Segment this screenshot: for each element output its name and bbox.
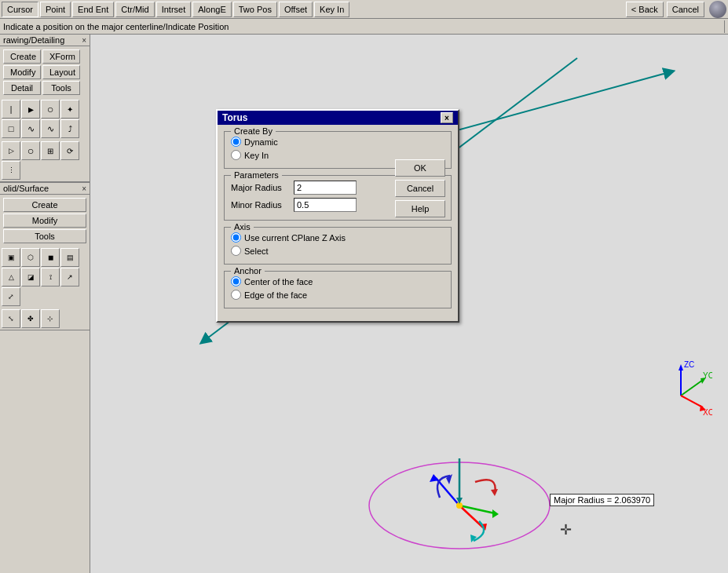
dialog-title-bar: Torus × <box>218 111 458 125</box>
solid-icon-10[interactable]: ⤡ <box>2 309 20 328</box>
svg-marker-4 <box>679 364 683 370</box>
minor-radius-input[interactable] <box>294 198 357 212</box>
key-in-button[interactable]: Key In <box>314 2 349 17</box>
axis-select-row: Select <box>231 246 444 256</box>
back-button[interactable]: < Back <box>626 2 664 17</box>
svg-line-6 <box>681 380 703 396</box>
tools-btn-2[interactable]: Tools <box>3 229 86 243</box>
tools-btn-1[interactable]: Tools <box>42 81 80 95</box>
tool-icon-1[interactable]: | <box>2 100 20 119</box>
two-pos-button[interactable]: Two Pos <box>233 2 277 17</box>
minor-radius-label: Minor Radius <box>231 200 294 210</box>
tool-icon-7[interactable]: ∿ <box>41 119 60 138</box>
detail-btn[interactable]: Detail <box>3 81 41 95</box>
axis-group: Axis Use current CPlane Z Axis Select <box>224 227 452 265</box>
ctr-mid-button[interactable]: Ctr/Mid <box>115 2 154 17</box>
panel2-header: olid/Surface × <box>0 183 90 195</box>
tool-icon-9[interactable]: ▷ <box>2 141 20 160</box>
panel1-title: rawing/Detailing <box>3 35 64 45</box>
dialog-close-button[interactable]: × <box>441 112 453 123</box>
radius-label: Major Radius = 2.063970 <box>550 494 654 506</box>
point-button[interactable]: Point <box>40 2 71 17</box>
canvas-area[interactable]: Torus × Create By Dynamic <box>90 35 728 573</box>
svg-marker-16 <box>492 509 499 518</box>
tool-icon-4[interactable]: ✦ <box>60 100 79 119</box>
torus-dialog: Torus × Create By Dynamic <box>216 109 459 323</box>
anchor-center-row: Center of the face <box>231 276 444 286</box>
axis-select-radio[interactable] <box>231 246 241 256</box>
solid-icon-7[interactable]: ⟟ <box>41 268 60 286</box>
tool-icon-10[interactable]: ○ <box>21 141 40 160</box>
back-cancel-group: < Back Cancel <box>626 2 704 17</box>
dynamic-radio-row: Dynamic <box>231 137 444 147</box>
cancel-dialog-button[interactable]: Cancel <box>395 180 445 197</box>
keyin-label: Key In <box>244 151 269 160</box>
parameters-label: Parameters <box>231 170 282 180</box>
tool-icon-13[interactable]: ⋮ <box>2 161 20 180</box>
tool-icon-12[interactable]: ⟳ <box>60 141 79 160</box>
svg-marker-22 <box>470 535 477 542</box>
create-btn-2[interactable]: Create <box>3 198 86 212</box>
svg-marker-20 <box>491 489 498 496</box>
major-radius-label: Major Radius <box>231 183 294 192</box>
dialog-body: Create By Dynamic Key In <box>218 125 458 321</box>
axis-select-label: Select <box>244 246 269 256</box>
left-sidebar: rawing/Detailing × Create XForm Modify L… <box>0 35 90 573</box>
major-radius-input[interactable] <box>294 181 357 195</box>
panel2-close[interactable]: × <box>82 184 86 193</box>
center-radio[interactable] <box>231 276 241 286</box>
tool-icons-3d-row2: ⤡ ✤ ⊹ <box>0 308 90 330</box>
solid-icon-3[interactable]: ◼ <box>41 248 60 267</box>
solid-icon-12[interactable]: ⊹ <box>41 309 60 328</box>
tool-icon-8[interactable]: ⤴ <box>60 119 79 138</box>
axis-zaxis-row: Use current CPlane Z Axis <box>231 232 444 243</box>
anchor-group: Anchor Center of the face Edge of the fa… <box>224 271 452 308</box>
end-ent-button[interactable]: End Ent <box>72 2 114 17</box>
solid-icon-2[interactable]: ⬡ <box>21 248 40 267</box>
alonge-button[interactable]: AlongE <box>192 2 231 17</box>
z-axis-label: Use current CPlane Z Axis <box>244 233 346 243</box>
cancel-top-button[interactable]: Cancel <box>667 2 704 17</box>
top-toolbar: Cursor Point End Ent Ctr/Mid Intrset Alo… <box>0 0 728 19</box>
ok-button[interactable]: OK <box>395 159 445 177</box>
edge-radio[interactable] <box>231 290 241 300</box>
axis-label: Axis <box>231 222 254 232</box>
xform-btn[interactable]: XForm <box>42 49 80 64</box>
center-label: Center of the face <box>244 277 313 286</box>
help-button[interactable]: Help <box>395 200 445 217</box>
tool-icon-6[interactable]: ∿ <box>21 119 40 138</box>
tool-icon-2[interactable]: ▸ <box>21 100 40 119</box>
keyin-radio[interactable] <box>231 150 241 160</box>
panel1-close[interactable]: × <box>82 36 86 45</box>
layout-btn[interactable]: Layout <box>42 65 80 79</box>
solid-icon-1[interactable]: ▣ <box>2 248 20 267</box>
main-area: rawing/Detailing × Create XForm Modify L… <box>0 35 728 573</box>
solid-icon-6[interactable]: ◪ <box>21 268 40 286</box>
create-btn-1[interactable]: Create <box>3 49 41 64</box>
solid-icon-8[interactable]: ↗ <box>60 268 79 286</box>
solid-icon-5[interactable]: △ <box>2 268 20 286</box>
modify-btn-1[interactable]: Modify <box>3 65 41 79</box>
tool-icon-3[interactable]: ○ <box>41 100 60 119</box>
tool-icons-3d: ▣ ⬡ ◼ ▤ △ ◪ ⟟ ↗ ⤢ <box>0 246 90 308</box>
solid-icon-9[interactable]: ⤢ <box>2 287 20 306</box>
offset-button[interactable]: Offset <box>279 2 313 17</box>
panel1-buttons: Create XForm Modify Layout Detail Tools <box>0 46 90 98</box>
solid-icon-11[interactable]: ✤ <box>21 309 40 328</box>
dynamic-radio[interactable] <box>231 137 241 147</box>
cursor-button[interactable]: Cursor <box>2 2 38 17</box>
svg-text:ZC: ZC <box>684 360 694 369</box>
tool-icon-11[interactable]: ⊞ <box>41 141 60 160</box>
torus-visualization <box>357 419 562 573</box>
tool-icon-5[interactable]: □ <box>2 119 20 138</box>
svg-text:XC: XC <box>703 408 712 417</box>
panel2: olid/Surface × Create Modify Tools ▣ ⬡ ◼… <box>0 182 90 330</box>
dynamic-label: Dynamic <box>244 137 278 147</box>
solid-icon-4[interactable]: ▤ <box>60 248 79 267</box>
dialog-buttons: OK Cancel Help <box>395 159 445 217</box>
tool-icons-row2: ▷ ○ ⊞ ⟳ ⋮ <box>0 140 90 181</box>
intrset-button[interactable]: Intrset <box>156 2 192 17</box>
modify-btn-2[interactable]: Modify <box>3 214 86 228</box>
tool-icons-row1: | ▸ ○ ✦ □ ∿ ∿ ⤴ <box>0 98 90 140</box>
z-axis-radio[interactable] <box>231 232 241 243</box>
